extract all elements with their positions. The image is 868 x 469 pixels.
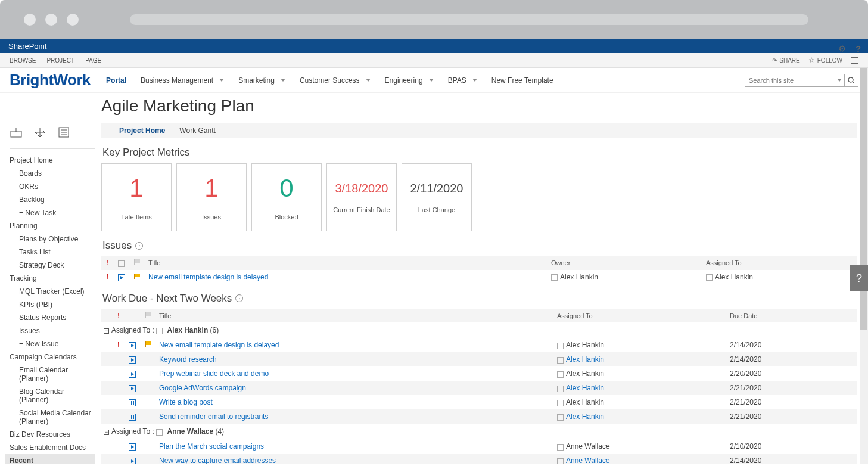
checkbox[interactable] bbox=[706, 274, 713, 281]
sidenav-item[interactable]: Email Calendar (Planner) bbox=[10, 364, 95, 385]
work-row[interactable]: Write a blog postAlex Hankin2/21/2020 bbox=[101, 395, 857, 409]
list-icon[interactable] bbox=[57, 126, 70, 140]
checkbox[interactable] bbox=[557, 357, 564, 364]
suite-title[interactable]: SharePoint bbox=[8, 42, 46, 51]
select-all-checkbox[interactable] bbox=[118, 260, 125, 267]
checkbox[interactable] bbox=[557, 386, 564, 392]
sidenav-item[interactable]: Tasks List bbox=[10, 246, 95, 259]
work-title-link[interactable]: Prep webinar slide deck and demo bbox=[159, 369, 269, 378]
sidenav-item[interactable]: Recent bbox=[5, 454, 95, 464]
url-bar[interactable] bbox=[130, 14, 808, 25]
work-row[interactable]: Prep webinar slide deck and demoAlex Han… bbox=[101, 366, 857, 381]
move-icon[interactable] bbox=[33, 126, 46, 140]
work-title-link[interactable]: New email template design is delayed bbox=[159, 341, 279, 349]
col-due[interactable]: Due Date bbox=[726, 309, 857, 323]
share-button[interactable]: ↷SHARE bbox=[772, 57, 799, 64]
sidenav-item[interactable]: + New Task bbox=[10, 206, 95, 219]
sidenav-item[interactable]: + New Issue bbox=[10, 337, 95, 350]
checkbox[interactable] bbox=[557, 371, 564, 378]
follow-button[interactable]: ☆FOLLOW bbox=[808, 56, 842, 64]
work-row[interactable]: Plan the March social campaignsAnne Wall… bbox=[101, 439, 857, 454]
sidenav-item[interactable]: Boards bbox=[10, 167, 95, 180]
work-row[interactable]: !New email template design is delayedAle… bbox=[101, 338, 857, 352]
work-title-link[interactable]: Keyword research bbox=[159, 355, 217, 364]
col-title[interactable]: Title bbox=[145, 256, 547, 270]
work-title-link[interactable]: New way to capture email addresses bbox=[159, 456, 276, 464]
sidenav-item[interactable]: Sales Enablement Docs bbox=[10, 441, 95, 454]
checkbox[interactable] bbox=[551, 274, 558, 281]
brand-logo[interactable]: BrightWork bbox=[10, 71, 91, 89]
metric-card[interactable]: 0Blocked bbox=[251, 163, 322, 231]
sidenav-item[interactable]: Project Home bbox=[10, 154, 95, 167]
col-title[interactable]: Title bbox=[155, 309, 553, 323]
info-icon[interactable]: i bbox=[135, 242, 143, 250]
col-owner[interactable]: Owner bbox=[547, 256, 702, 270]
sidenav-item[interactable]: Planning bbox=[10, 219, 95, 232]
work-row[interactable]: Google AdWords campaignAlex Hankin2/21/2… bbox=[101, 381, 857, 395]
upload-icon[interactable] bbox=[10, 126, 23, 140]
sidenav-item[interactable]: Blog Calendar (Planner) bbox=[10, 385, 95, 406]
col-assigned[interactable]: Assigned To bbox=[553, 309, 726, 323]
metric-card[interactable]: 3/18/2020Current Finish Date bbox=[326, 163, 397, 231]
help-icon[interactable]: ? bbox=[855, 44, 861, 54]
work-row[interactable]: New way to capture email addressesAnne W… bbox=[101, 454, 857, 464]
work-row[interactable]: Keyword researchAlex Hankin2/14/2020 bbox=[101, 352, 857, 366]
flag-header-icon[interactable] bbox=[134, 259, 141, 265]
assigned-link[interactable]: Anne Wallace bbox=[566, 456, 610, 464]
sidenav-item[interactable]: OKRs bbox=[10, 180, 95, 193]
focus-button[interactable] bbox=[851, 57, 858, 64]
nav-item[interactable]: Customer Success bbox=[300, 76, 371, 85]
subtab[interactable]: Work Gantt bbox=[179, 126, 215, 135]
work-title-link[interactable]: Google AdWords campaign bbox=[159, 384, 246, 392]
work-title-link[interactable]: Plan the March social campaigns bbox=[159, 442, 264, 451]
nav-item[interactable]: Portal bbox=[106, 76, 126, 85]
info-icon[interactable]: i bbox=[235, 294, 243, 302]
select-all-checkbox[interactable] bbox=[129, 313, 135, 319]
assigned-link[interactable]: Alex Hankin bbox=[566, 412, 604, 421]
sidenav-item[interactable]: Plans by Objective bbox=[10, 232, 95, 246]
metric-card[interactable]: 1Issues bbox=[176, 163, 247, 231]
ribbon-tab-browse[interactable]: BROWSE bbox=[10, 57, 36, 64]
group-header[interactable]: −Assigned To : Anne Wallace (4) bbox=[101, 424, 857, 439]
priority-header-icon[interactable]: ! bbox=[116, 312, 122, 319]
checkbox[interactable] bbox=[557, 458, 564, 464]
help-tab[interactable]: ? bbox=[850, 265, 868, 291]
metric-card[interactable]: 1Late Items bbox=[101, 163, 172, 231]
assigned-link[interactable]: Alex Hankin bbox=[566, 384, 604, 392]
sidenav-item[interactable]: Strategy Deck bbox=[10, 259, 95, 272]
metric-card[interactable]: 2/11/2020Last Change bbox=[402, 163, 472, 231]
sidenav-item[interactable]: Biz Dev Resources bbox=[10, 428, 95, 441]
search-input[interactable] bbox=[745, 76, 835, 85]
work-row[interactable]: Send reminder email to registrantsAlex H… bbox=[101, 409, 857, 424]
subtab[interactable]: Project Home bbox=[119, 126, 165, 135]
collapse-icon[interactable]: − bbox=[104, 430, 109, 435]
sidenav-item[interactable]: MQL Tracker (Excel) bbox=[10, 285, 95, 298]
sidenav-item[interactable]: Status Reports bbox=[10, 311, 95, 324]
checkbox[interactable] bbox=[156, 429, 163, 436]
search-box[interactable] bbox=[745, 74, 858, 87]
sidenav-item[interactable]: KPIs (PBI) bbox=[10, 298, 95, 311]
ribbon-tab-page[interactable]: PAGE bbox=[85, 57, 101, 64]
checkbox[interactable] bbox=[557, 444, 564, 451]
checkbox[interactable] bbox=[557, 343, 564, 349]
col-assigned[interactable]: Assigned To bbox=[702, 256, 857, 270]
sidenav-item[interactable]: Issues bbox=[10, 324, 95, 337]
nav-item[interactable]: BPAS bbox=[448, 76, 477, 85]
gear-icon[interactable]: ⚙ bbox=[838, 44, 846, 54]
sidenav-item[interactable]: Backlog bbox=[10, 193, 95, 206]
nav-item[interactable]: Smarketing bbox=[238, 76, 285, 85]
priority-header-icon[interactable]: ! bbox=[105, 259, 111, 266]
flag-header-icon[interactable] bbox=[145, 312, 152, 318]
sidenav-item[interactable]: Social Media Calendar (Planner) bbox=[10, 406, 95, 428]
checkbox[interactable] bbox=[156, 328, 163, 334]
sidenav-item[interactable]: Campaign Calendars bbox=[10, 350, 95, 364]
assigned-link[interactable]: Alex Hankin bbox=[566, 355, 604, 364]
work-title-link[interactable]: Write a blog post bbox=[159, 398, 213, 406]
search-button[interactable] bbox=[845, 77, 858, 84]
search-scope-dropdown[interactable] bbox=[835, 74, 845, 86]
checkbox[interactable] bbox=[557, 400, 564, 406]
issue-row[interactable]: !New email template design is delayedAle… bbox=[101, 270, 857, 284]
issue-title-link[interactable]: New email template design is delayed bbox=[148, 273, 268, 281]
checkbox[interactable] bbox=[557, 414, 564, 421]
sidenav-item[interactable]: Tracking bbox=[10, 272, 95, 285]
